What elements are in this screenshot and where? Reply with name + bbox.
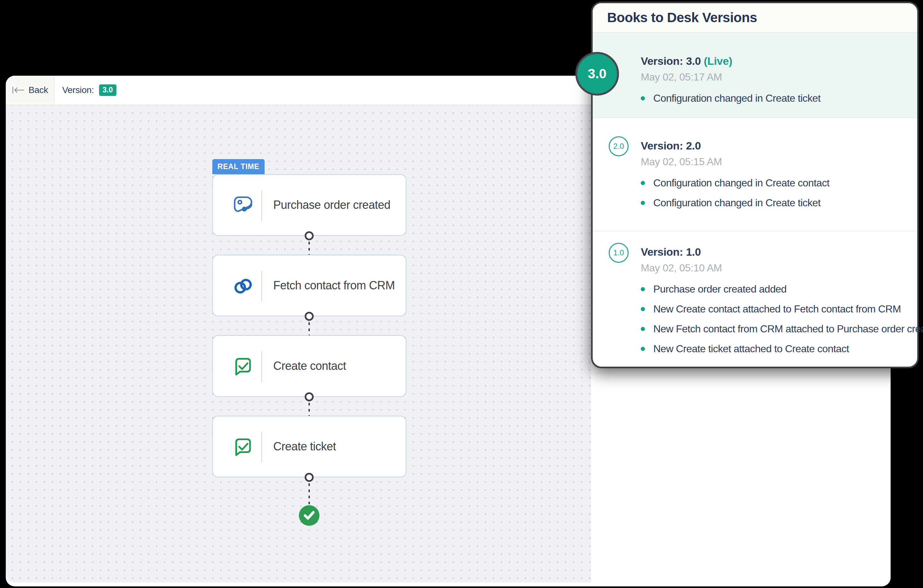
versions-panel-title: Books to Desk Versions <box>607 10 757 25</box>
card-divider <box>261 271 262 302</box>
version-title: Version: 2.0 <box>641 139 908 153</box>
flow-step-purchase-order-created[interactable]: Purchase order created <box>212 174 406 236</box>
back-label: Back <box>28 85 48 95</box>
versions-panel-header: Books to Desk Versions <box>593 3 917 33</box>
flow-column: REAL TIME Purchase order created <box>6 105 591 583</box>
screenshot-root: Back Version: 3.0 REAL TIME <box>0 0 923 588</box>
zoho-desk-icon <box>231 435 255 459</box>
version-badge-circle: 1.0 <box>609 243 629 263</box>
step-label: Create contact <box>273 336 346 396</box>
node-connector-port[interactable] <box>305 231 314 240</box>
bullet-dot-icon <box>641 287 645 291</box>
step-label: Create ticket <box>273 416 336 477</box>
bullet-dot-icon <box>641 327 645 331</box>
step-label: Fetch contact from CRM <box>273 255 395 315</box>
node-connector-port[interactable] <box>305 393 314 401</box>
version-timestamp: May 02, 05:15 AM <box>641 155 908 168</box>
zoho-books-icon <box>231 194 255 217</box>
change-item: New Create ticket attached to Create con… <box>641 342 908 355</box>
change-item: Configuration changed in Create ticket <box>641 92 908 105</box>
flow-step-create-contact[interactable]: Create contact <box>212 335 406 397</box>
bullet-dot-icon <box>641 96 645 100</box>
bullet-dot-icon <box>641 201 645 205</box>
card-divider <box>261 351 262 382</box>
bullet-dot-icon <box>641 307 645 311</box>
bullet-dot-icon <box>641 347 645 351</box>
version-entry-1-0[interactable]: 1.0 Version: 1.0 May 02, 05:10 AM Purcha… <box>593 231 917 353</box>
change-item: New Fetch contact from CRM attached to P… <box>641 322 908 335</box>
live-version-badge: 3.0 <box>575 52 619 95</box>
change-item: Configuration changed in Create contact <box>641 176 908 189</box>
version-change-list: Purchase order created added New Create … <box>641 283 908 355</box>
change-item: New Create contact attached to Fetch con… <box>641 302 908 315</box>
version-label: Version: <box>62 85 94 95</box>
step-label: Purchase order created <box>273 175 390 235</box>
current-version-badge: 3.0 <box>99 84 117 96</box>
version-title: Version: 1.0 <box>641 245 908 259</box>
node-connector-port[interactable] <box>305 312 314 321</box>
flow-canvas[interactable]: REAL TIME Purchase order created <box>6 105 591 583</box>
flow-step-create-ticket[interactable]: Create ticket <box>212 416 406 477</box>
versions-panel: Books to Desk Versions 3.0 Version: 3.0 … <box>591 2 919 368</box>
version-change-list: Configuration changed in Create ticket <box>641 92 908 105</box>
flow-end-success-icon <box>299 505 319 526</box>
change-item: Purchase order created added <box>641 283 908 296</box>
change-item: Configuration changed in Create ticket <box>641 196 908 209</box>
header-version-area: Version: 3.0 <box>54 76 117 105</box>
zoho-crm-icon <box>231 274 255 298</box>
node-connector-port[interactable] <box>305 473 314 482</box>
version-timestamp: May 02, 05:10 AM <box>641 261 908 274</box>
version-title: Version: 3.0 (Live) <box>641 54 908 68</box>
version-change-list: Configuration changed in Create contact … <box>641 176 908 209</box>
bullet-dot-icon <box>641 181 645 185</box>
card-divider <box>261 432 262 463</box>
version-badge-circle: 2.0 <box>609 136 629 156</box>
flow-step-fetch-contact-from-crm[interactable]: Fetch contact from CRM <box>212 255 406 316</box>
back-arrow-icon <box>11 86 25 94</box>
trigger-realtime-tag: REAL TIME <box>212 159 264 174</box>
card-divider <box>261 190 262 221</box>
version-entry-2-0[interactable]: 2.0 Version: 2.0 May 02, 05:15 AM Config… <box>593 118 917 231</box>
zoho-desk-icon <box>231 355 255 379</box>
live-label: (Live) <box>704 55 732 67</box>
back-button[interactable]: Back <box>6 76 54 105</box>
version-entry-3-0[interactable]: Version: 3.0 (Live) May 02, 05:17 AM Con… <box>593 33 917 118</box>
version-timestamp: May 02, 05:17 AM <box>641 71 908 84</box>
